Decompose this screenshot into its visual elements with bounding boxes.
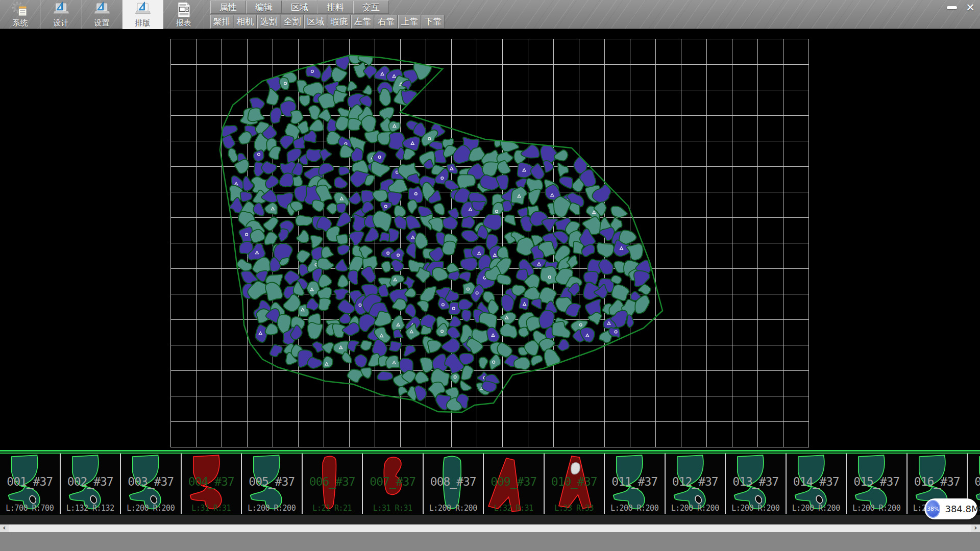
action-button-5[interactable]: 区域: [304, 15, 327, 29]
part-lr-count: L:200 R:200: [121, 504, 181, 513]
part-lr-count: L:200 R:200: [726, 504, 786, 513]
part-id: 015_#37: [847, 475, 906, 488]
module-button-4[interactable]: 排版: [122, 0, 163, 29]
part-lr-count: L:32 R:31: [484, 504, 544, 513]
part-id: 003_#37: [121, 475, 181, 488]
nested-pieces: [222, 46, 651, 411]
memory-status-bubble[interactable]: 38% 384.8M: [924, 498, 977, 519]
part-lr-count: L:200 R:200: [424, 504, 483, 513]
module-button-label: 设计: [54, 19, 69, 28]
action-button-4[interactable]: 全割: [281, 15, 304, 29]
part-id: 014_#37: [787, 475, 846, 488]
part-lr-count: L:700 R:700: [0, 504, 60, 513]
part-thumbnail-1[interactable]: 001_#37L:700 R:700: [0, 454, 61, 514]
window-controls: ✕: [945, 2, 977, 14]
part-lr-count: L:200 R:200: [605, 504, 665, 513]
action-button-2[interactable]: 相机: [234, 15, 257, 29]
part-thumbnail-14[interactable]: 014_#37L:200 R:200: [787, 454, 847, 514]
part-thumbnail-3[interactable]: 003_#37L:200 R:200: [121, 454, 182, 514]
part-thumbnail-11[interactable]: 011_#37L:200 R:200: [605, 454, 666, 514]
part-thumbnail-13[interactable]: 013_#37L:200 R:200: [726, 454, 787, 514]
settings-ruler-icon: [93, 1, 111, 18]
part-lr-count: L:200 R:200: [787, 504, 846, 513]
part-thumbnail-2[interactable]: 002_#37L:132 R:132: [61, 454, 121, 514]
part-thumbnail-10[interactable]: 010_#37L:33 R:33: [545, 454, 605, 514]
main-toolbar: 系统设计设置排版报表 属性编辑区域排料交互 聚排相机选割全割区域瑕疵左靠右靠上靠…: [0, 0, 980, 29]
part-id: 005_#37: [242, 475, 302, 488]
scroll-left-button[interactable]: ‹: [0, 524, 9, 532]
part-lr-count: L:132 R:132: [61, 504, 120, 513]
part-thumbnail-4[interactable]: 004_#37L:31 R:31: [182, 454, 242, 514]
part-thumbnail-6[interactable]: 006_#37L:21 R:21: [303, 454, 363, 514]
menu-tab-2[interactable]: 编辑: [246, 1, 282, 14]
module-button-2[interactable]: 设计: [41, 0, 82, 29]
menu-tab-5[interactable]: 交互: [353, 1, 389, 14]
nesting-canvas[interactable]: [0, 29, 980, 450]
action-button-8[interactable]: 右靠: [375, 15, 398, 29]
part-id: 009_#37: [484, 475, 544, 488]
part-thumbnail-7[interactable]: 007_#37L:31 R:31: [363, 454, 424, 514]
menu-tab-3[interactable]: 区域: [282, 1, 317, 14]
module-button-label: 报表: [176, 19, 191, 28]
part-thumbnail-8[interactable]: 008_#37L:200 R:200: [424, 454, 484, 514]
module-button-label: 设置: [94, 19, 110, 28]
action-button-1[interactable]: 聚排: [210, 15, 233, 29]
action-button-9[interactable]: 上靠: [398, 15, 421, 29]
strip-bottom-gap: [0, 515, 980, 524]
memory-value: 384.8M: [945, 504, 979, 514]
report-document-icon: [175, 1, 192, 18]
close-button[interactable]: ✕: [963, 2, 977, 14]
part-id: 013_#37: [726, 475, 786, 488]
action-button-6[interactable]: 瑕疵: [328, 15, 351, 29]
menu-tab-bar: 属性编辑区域排料交互: [210, 1, 389, 14]
part-thumbnail-15[interactable]: 015_#37L:200 R:200: [847, 454, 908, 514]
part-thumbnail-9[interactable]: 009_#37L:32 R:31: [484, 454, 545, 514]
part-lr-count: L:200 R:200: [242, 504, 302, 513]
module-button-5[interactable]: 报表: [163, 0, 204, 29]
action-button-bar: 聚排相机选割全割区域瑕疵左靠右靠上靠下靠: [210, 15, 445, 29]
part-lr-count: L:33 R:33: [545, 504, 604, 513]
part-id: 011_#37: [605, 475, 665, 488]
part-id: 006_#37: [303, 475, 362, 488]
menu-tab-1[interactable]: 属性: [210, 1, 246, 14]
module-button-label: 系统: [13, 19, 28, 28]
module-buttons: 系统设计设置排版报表: [0, 0, 204, 29]
part-id: 012_#37: [666, 475, 725, 488]
module-button-1[interactable]: 系统: [0, 0, 41, 29]
part-thumbnail-5[interactable]: 005_#37L:200 R:200: [242, 454, 303, 514]
module-button-label: 排版: [135, 19, 151, 28]
close-icon: ✕: [966, 3, 975, 13]
part-lr-count: L:21 R:21: [303, 504, 362, 513]
part-lr-count: L:31 R:31: [363, 504, 423, 513]
design-ruler-icon: [53, 1, 70, 18]
minimize-icon: [947, 6, 957, 9]
part-id: 008_#37: [424, 475, 483, 488]
action-button-3[interactable]: 选割: [257, 15, 280, 29]
part-id: 016_#37: [908, 475, 967, 488]
part-thumbnail-12[interactable]: 012_#37L:200 R:200: [666, 454, 726, 514]
parts-list: 001_#37L:700 R:700002_#37L:132 R:132003_…: [0, 454, 980, 514]
layout-ruler-icon: [134, 1, 152, 18]
progress-circle: 38%: [926, 500, 940, 518]
part-id: 002_#37: [61, 475, 120, 488]
part-id: 017_#37: [968, 475, 980, 488]
part-lr-count: L:200 R:200: [666, 504, 725, 513]
part-id: 007_#37: [363, 475, 423, 488]
parts-strip: 001_#37L:700 R:700002_#37L:132 R:132003_…: [0, 450, 980, 515]
action-button-10[interactable]: 下靠: [422, 15, 445, 29]
progress-value: 38%: [927, 506, 939, 512]
module-button-3[interactable]: 设置: [82, 0, 122, 29]
menu-tab-4[interactable]: 排料: [317, 1, 353, 14]
scroll-right-button[interactable]: ›: [971, 524, 980, 532]
window-bottom-chrome: [0, 532, 980, 551]
minimize-button[interactable]: [945, 2, 959, 14]
part-id: 001_#37: [0, 475, 60, 488]
part-lr-count: L:31 R:31: [182, 504, 241, 513]
part-id: 010_#37: [545, 475, 604, 488]
part-lr-count: L:200 R:200: [847, 504, 906, 513]
leather-hide-nest: [0, 29, 980, 450]
action-button-7[interactable]: 左靠: [351, 15, 374, 29]
part-id: 004_#37: [182, 475, 241, 488]
horizontal-scrollbar[interactable]: ‹ ›: [0, 524, 980, 532]
system-gear-icon: [12, 1, 29, 18]
